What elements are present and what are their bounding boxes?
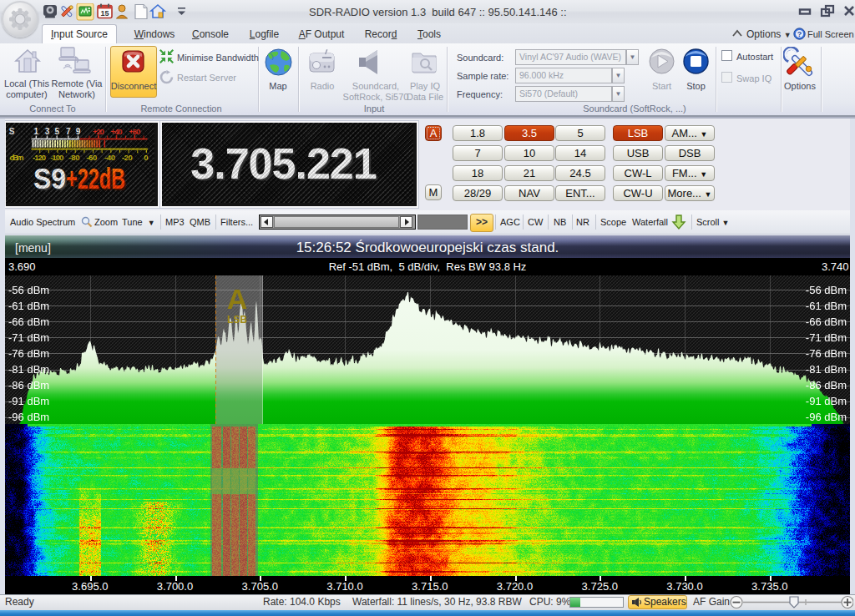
svg-text:-60: -60 [86, 153, 97, 162]
svg-text:5: 5 [54, 127, 59, 136]
svg-text:3: 3 [45, 127, 50, 136]
svg-text:dBm: dBm [10, 153, 24, 162]
svg-text:9: 9 [76, 127, 81, 136]
svg-text:+60: +60 [129, 127, 140, 136]
svg-text:-100: -100 [50, 153, 63, 162]
svg-text:-120: -120 [33, 153, 46, 162]
svg-text:S: S [9, 127, 15, 136]
svg-text:-20: -20 [122, 153, 133, 162]
svg-text:+22dB: +22dB [66, 162, 125, 194]
svg-text:S9: S9 [33, 162, 66, 194]
svg-text:0: 0 [144, 153, 148, 162]
svg-text:15: 15 [100, 9, 109, 18]
svg-text:?: ? [797, 30, 802, 38]
svg-text:1: 1 [34, 127, 39, 136]
svg-text:7: 7 [66, 127, 71, 136]
svg-text:-40: -40 [104, 153, 115, 162]
svg-text:+40: +40 [111, 127, 123, 136]
svg-text:+20: +20 [93, 127, 104, 136]
svg-text:-80: -80 [69, 153, 80, 162]
